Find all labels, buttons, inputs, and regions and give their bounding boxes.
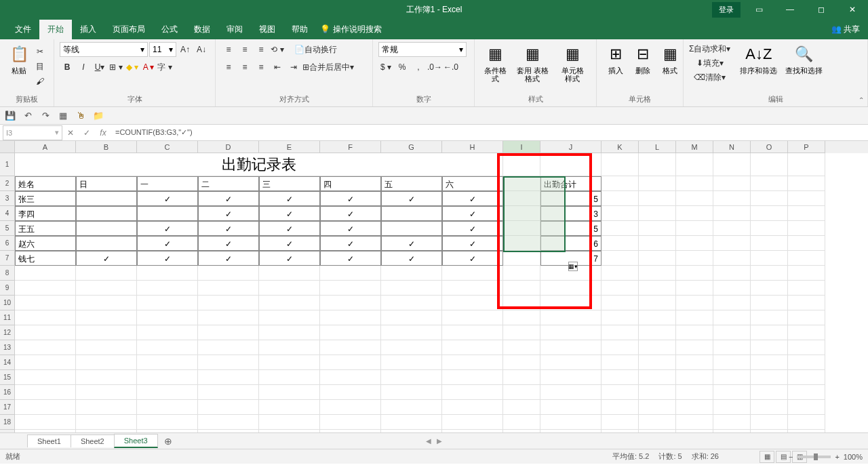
cell[interactable]: [381, 340, 442, 355]
cell[interactable]: [15, 310, 76, 325]
row-header[interactable]: 10: [0, 296, 15, 310]
row-header[interactable]: 4: [0, 206, 15, 221]
cell[interactable]: [198, 355, 259, 370]
cell[interactable]: [639, 236, 676, 251]
cell[interactable]: [76, 385, 137, 400]
cell[interactable]: [788, 296, 825, 310]
cell[interactable]: [15, 325, 76, 340]
cell[interactable]: [503, 251, 540, 266]
cell[interactable]: [713, 415, 751, 430]
row-header[interactable]: 13: [0, 340, 15, 355]
cell[interactable]: [76, 281, 137, 296]
cell[interactable]: [601, 370, 639, 385]
cell[interactable]: [639, 370, 676, 385]
zoom-slider[interactable]: [797, 456, 831, 458]
worksheet[interactable]: ABCDEFGHIJKLMNOP 1出勤记录表2姓名日一二三四五六出勤合计3张三…: [0, 141, 868, 432]
cell[interactable]: 出勤记录表: [15, 153, 503, 176]
cell[interactable]: [320, 266, 381, 281]
cell[interactable]: [639, 310, 676, 325]
row-header[interactable]: 9: [0, 281, 15, 296]
cell[interactable]: 出勤合计: [540, 176, 601, 191]
cell[interactable]: [320, 310, 381, 325]
cell[interactable]: [15, 340, 76, 355]
cell[interactable]: [381, 415, 442, 430]
cell[interactable]: [503, 325, 540, 340]
cell[interactable]: [751, 296, 788, 310]
row-header[interactable]: 16: [0, 385, 15, 400]
cell[interactable]: [639, 251, 676, 266]
autosum-button[interactable]: Σ 自动求和 ▾: [689, 42, 730, 56]
column-header[interactable]: C: [137, 141, 198, 153]
cell[interactable]: [137, 340, 198, 355]
cell[interactable]: [15, 266, 76, 281]
cell[interactable]: [503, 281, 540, 296]
cell[interactable]: [639, 355, 676, 370]
cell[interactable]: [788, 251, 825, 266]
cell[interactable]: [381, 206, 442, 221]
cell[interactable]: 张三: [15, 191, 76, 206]
column-header[interactable]: G: [381, 141, 442, 153]
cell[interactable]: [639, 191, 676, 206]
cell[interactable]: [713, 296, 751, 310]
fx-icon[interactable]: fx: [95, 128, 111, 138]
cell[interactable]: [788, 191, 825, 206]
comma-icon[interactable]: ,: [411, 60, 426, 74]
delete-cells-button[interactable]: ⊟删除: [629, 42, 656, 76]
cell[interactable]: [713, 385, 751, 400]
cell[interactable]: ✓: [198, 236, 259, 251]
cell[interactable]: [320, 370, 381, 385]
cell[interactable]: [639, 296, 676, 310]
align-top-icon[interactable]: ≡: [221, 43, 236, 56]
cell[interactable]: [76, 355, 137, 370]
indent-inc-icon[interactable]: ⇥: [286, 60, 301, 74]
cell[interactable]: ✓: [442, 236, 503, 251]
row-header[interactable]: 3: [0, 191, 15, 206]
row-header[interactable]: 6: [0, 236, 15, 251]
column-header[interactable]: I: [503, 141, 540, 153]
cell[interactable]: [751, 206, 788, 221]
cell[interactable]: [198, 400, 259, 415]
cell[interactable]: [751, 385, 788, 400]
cell[interactable]: [320, 281, 381, 296]
cell[interactable]: [198, 266, 259, 281]
row-header[interactable]: 17: [0, 400, 15, 415]
cell[interactable]: [540, 400, 601, 415]
column-header[interactable]: B: [76, 141, 137, 153]
cell[interactable]: [751, 340, 788, 355]
column-header[interactable]: N: [713, 141, 751, 153]
number-format-combo[interactable]: 常规▾: [378, 42, 467, 57]
cell[interactable]: [713, 236, 751, 251]
column-header[interactable]: O: [751, 141, 788, 153]
cell[interactable]: [15, 370, 76, 385]
cell[interactable]: [442, 385, 503, 400]
row-header[interactable]: 12: [0, 325, 15, 340]
cell[interactable]: [503, 176, 540, 191]
cell[interactable]: 李四: [15, 206, 76, 221]
cell[interactable]: [639, 176, 676, 191]
minimize-icon[interactable]: —: [774, 0, 806, 19]
cell[interactable]: [503, 340, 540, 355]
cell[interactable]: [442, 370, 503, 385]
conditional-format-button[interactable]: ▦条件格式: [480, 42, 511, 84]
cell[interactable]: [601, 355, 639, 370]
cell[interactable]: [76, 400, 137, 415]
cell[interactable]: [676, 340, 713, 355]
cell[interactable]: ✓: [259, 236, 320, 251]
cell[interactable]: [639, 206, 676, 221]
align-right-icon[interactable]: ≡: [254, 60, 269, 74]
cell[interactable]: [713, 400, 751, 415]
cell[interactable]: [601, 400, 639, 415]
cell[interactable]: [601, 153, 639, 176]
cell[interactable]: ✓: [442, 221, 503, 236]
cell[interactable]: [788, 325, 825, 340]
cell[interactable]: [788, 176, 825, 191]
row-header[interactable]: 5: [0, 221, 15, 236]
cell[interactable]: [442, 310, 503, 325]
cell[interactable]: [442, 400, 503, 415]
cell[interactable]: [320, 340, 381, 355]
cell[interactable]: [137, 325, 198, 340]
cell[interactable]: ✓: [259, 221, 320, 236]
cell[interactable]: 四: [320, 176, 381, 191]
cell[interactable]: [751, 355, 788, 370]
cell[interactable]: [137, 281, 198, 296]
